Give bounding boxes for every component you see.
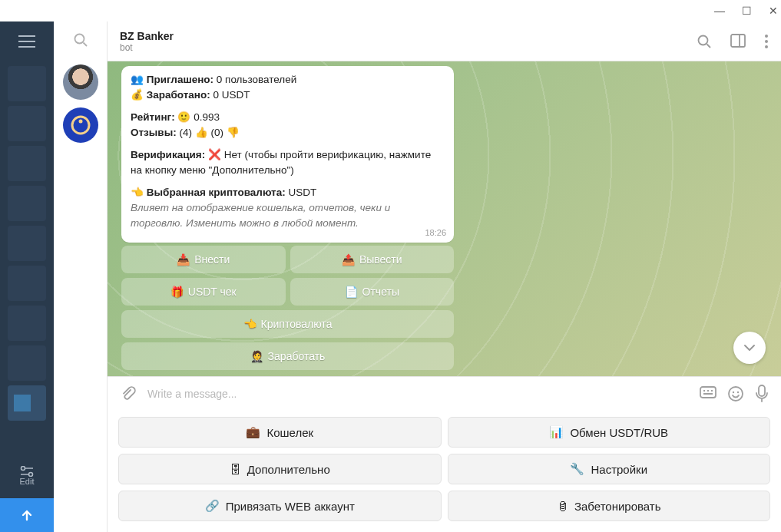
- bot-keyboard-icon[interactable]: [700, 386, 716, 401]
- upload-button[interactable]: [0, 498, 54, 532]
- main-pane: BZ Banker bot 👥 Приглашено: 0 пользовате…: [108, 21, 781, 532]
- rk-link-web[interactable]: 🔗Привязать WEB аккаунт: [118, 491, 442, 521]
- reviews-up: (4): [179, 127, 192, 138]
- outbox-icon: 📤: [342, 253, 355, 266]
- svg-point-3: [72, 117, 89, 134]
- rk-label: Дополнительно: [247, 463, 330, 476]
- earned-label: Заработано:: [147, 89, 210, 101]
- chat-avatar-active[interactable]: [63, 107, 98, 143]
- briefcase-icon: 💼: [246, 425, 260, 439]
- chat-header: BZ Banker bot: [108, 21, 781, 61]
- person-icon: 🤵: [250, 350, 263, 362]
- folder-item[interactable]: [8, 146, 46, 181]
- folder-item-active[interactable]: [8, 385, 46, 421]
- svg-point-7: [765, 35, 768, 38]
- invited-label: Приглашено:: [147, 74, 213, 85]
- kb-label: Отчеты: [362, 286, 399, 298]
- kb-label: Криптовалюта: [261, 318, 333, 330]
- rk-wallet[interactable]: 💼Кошелек: [118, 417, 442, 448]
- message-input[interactable]: [147, 388, 689, 400]
- drawer-icon: 🗄: [230, 463, 241, 476]
- mic-icon[interactable]: [755, 385, 769, 403]
- kb-reports[interactable]: 📄Отчеты: [290, 278, 455, 306]
- inbox-icon: 📥: [177, 253, 190, 266]
- page-icon: 📄: [345, 286, 358, 298]
- edit-label: Edit: [19, 477, 35, 486]
- svg-rect-10: [700, 387, 716, 398]
- header-search-icon[interactable]: [697, 34, 712, 49]
- more-icon[interactable]: [764, 34, 769, 49]
- svg-point-2: [74, 35, 84, 44]
- rk-settings[interactable]: 🔧Настройки: [448, 454, 771, 484]
- chat-subtitle: bot: [120, 42, 697, 53]
- svg-point-4: [78, 120, 82, 124]
- message-bubble: 👥 Приглашено: 0 пользователей 💰 Заработа…: [121, 66, 454, 243]
- reviews-label: Отзывы:: [131, 127, 177, 138]
- svg-point-1: [29, 473, 33, 477]
- kb-check[interactable]: 🎁USDT чек: [121, 278, 286, 306]
- chart-icon: 📊: [549, 425, 564, 439]
- svg-point-5: [699, 35, 708, 45]
- kb-label: Внести: [194, 253, 230, 266]
- svg-point-0: [22, 467, 25, 471]
- rk-label: Кошелек: [266, 426, 313, 439]
- chat-list: [54, 21, 108, 532]
- svg-point-11: [729, 387, 743, 401]
- rk-exchange[interactable]: 📊Обмен USDT/RUB: [448, 417, 771, 448]
- kb-crypto[interactable]: 👈Криптовалюта: [121, 310, 454, 338]
- folder-item[interactable]: [8, 306, 46, 341]
- rk-label: Обмен USDT/RUB: [570, 426, 668, 439]
- kb-withdraw[interactable]: 📤Вывести: [290, 246, 455, 273]
- chat-title: BZ Banker: [120, 30, 697, 42]
- crypto-value: USDT: [289, 187, 317, 198]
- window-maximize[interactable]: ☐: [742, 5, 752, 17]
- chat-area[interactable]: 👥 Приглашено: 0 пользователей 💰 Заработа…: [108, 61, 781, 376]
- chat-avatar[interactable]: [63, 64, 98, 100]
- edit-folders[interactable]: Edit: [19, 466, 35, 486]
- svg-point-9: [765, 45, 768, 48]
- link-icon: 🔗: [205, 499, 220, 513]
- rating-label: Рейтинг:: [131, 111, 175, 123]
- emoji-icon[interactable]: [727, 385, 744, 402]
- folder-item[interactable]: [8, 266, 46, 301]
- kb-label: Вывести: [359, 253, 402, 266]
- rk-more[interactable]: 🗄Дополнительно: [118, 454, 442, 484]
- sidepanel-icon[interactable]: [730, 34, 746, 49]
- folder-item[interactable]: [8, 226, 46, 261]
- kb-label: USDT чек: [188, 286, 237, 298]
- inline-keyboard: 📥Внести 📤Вывести 🎁USDT чек 📄Отчеты 👈Крип…: [121, 246, 454, 370]
- kb-earn[interactable]: 🤵Заработать: [121, 342, 454, 370]
- menu-icon[interactable]: [18, 35, 35, 48]
- gift-icon: 🎁: [170, 286, 184, 298]
- crypto-label: Выбранная криптовалюта:: [147, 187, 286, 198]
- reply-keyboard: 💼Кошелек 📊Обмен USDT/RUB 🗄Дополнительно …: [108, 411, 781, 532]
- point-icon: 👈: [243, 318, 256, 330]
- svg-rect-6: [731, 35, 745, 47]
- window-minimize[interactable]: —: [714, 5, 725, 17]
- rk-concrete[interactable]: 🛢Забетонировать: [448, 491, 771, 521]
- verify-label: Верификация:: [131, 149, 205, 160]
- svg-point-12: [733, 392, 734, 393]
- reviews-down: (0): [210, 127, 223, 138]
- svg-point-8: [765, 40, 768, 43]
- svg-point-13: [737, 392, 739, 393]
- kb-deposit[interactable]: 📥Внести: [121, 246, 286, 273]
- scroll-down-button[interactable]: [733, 332, 766, 364]
- attach-icon[interactable]: [120, 385, 137, 402]
- barrel-icon: 🛢: [557, 500, 568, 513]
- left-rail: Edit: [0, 21, 54, 532]
- wrench-icon: 🔧: [570, 462, 584, 476]
- folder-item[interactable]: [8, 66, 46, 101]
- kb-label: Заработать: [268, 350, 326, 362]
- rk-label: Настройки: [591, 463, 647, 476]
- folder-item[interactable]: [8, 345, 46, 381]
- search-icon[interactable]: [73, 32, 88, 48]
- folder-item[interactable]: [8, 186, 46, 221]
- svg-rect-14: [759, 385, 765, 396]
- rating-value: 0.993: [194, 111, 220, 123]
- folder-item[interactable]: [8, 106, 46, 141]
- window-close[interactable]: ✕: [769, 5, 778, 17]
- rk-label: Привязать WEB аккаунт: [226, 500, 355, 513]
- window-titlebar: — ☐ ✕: [0, 0, 781, 21]
- earned-value: 0 USDT: [213, 89, 250, 101]
